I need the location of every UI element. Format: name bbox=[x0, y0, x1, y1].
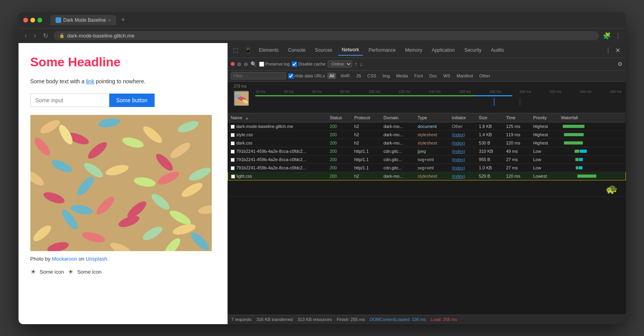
dom-content-loaded-link[interactable]: DOMContentLoaded: 136 ms bbox=[370, 317, 426, 322]
filter-css[interactable]: CSS bbox=[365, 73, 378, 79]
requests-count: 7 requests bbox=[231, 317, 252, 322]
some-button[interactable]: Some button bbox=[109, 94, 155, 107]
resources-size: 313 KB resources bbox=[297, 317, 332, 322]
table-row[interactable]: 791b2241-459b-4a2e-8cca-c0fdc2...200http… bbox=[228, 163, 625, 172]
some-input[interactable] bbox=[30, 94, 109, 107]
row-name: 791b2241-459b-4a2e-8cca-c0fdc2... bbox=[228, 147, 327, 155]
tab-elements[interactable]: Elements bbox=[255, 45, 283, 55]
settings-button[interactable]: ⚙ bbox=[618, 61, 623, 67]
table-row[interactable]: light.css200h2dark-mo...stylesheet(index… bbox=[228, 172, 625, 180]
forward-button[interactable]: › bbox=[32, 31, 37, 40]
body-link[interactable]: link bbox=[86, 78, 94, 84]
filter-manifest[interactable]: Manifest bbox=[455, 73, 475, 79]
throttle-select[interactable]: Online bbox=[328, 60, 352, 68]
table-row[interactable]: 791b2241-459b-4a2e-8cca-c0fdc2...200http… bbox=[228, 147, 625, 155]
row-initiator: (index) bbox=[449, 172, 476, 180]
row-priority: Low bbox=[530, 147, 558, 155]
load-link[interactable]: Load: 258 ms bbox=[431, 317, 457, 322]
devtools-panel: ⬚ 📱 Elements Console Sources Network Per… bbox=[228, 43, 626, 324]
filter-other[interactable]: Other bbox=[477, 73, 492, 79]
filter-all[interactable]: All bbox=[327, 73, 336, 79]
row-initiator: Other bbox=[449, 122, 476, 130]
tab-console[interactable]: Console bbox=[284, 45, 310, 55]
import-button[interactable]: ↑ bbox=[355, 61, 357, 67]
tab-security[interactable]: Security bbox=[460, 45, 485, 55]
ruler-180ms: 180 ms bbox=[489, 90, 501, 94]
col-time[interactable]: Time bbox=[503, 113, 530, 122]
maximize-traffic-light[interactable] bbox=[37, 18, 42, 23]
tab-application[interactable]: Application bbox=[428, 45, 459, 55]
disable-cache-checkbox[interactable]: Disable cache bbox=[292, 62, 325, 67]
reload-button[interactable]: ↻ bbox=[41, 31, 50, 40]
tab-memory[interactable]: Memory bbox=[401, 45, 426, 55]
input-row: Some button bbox=[30, 94, 216, 107]
tab-network[interactable]: Network bbox=[338, 45, 363, 56]
tab-close-button[interactable]: × bbox=[108, 18, 111, 23]
table-row[interactable]: style.css200h2dark-mo...stylesheet(index… bbox=[228, 130, 625, 139]
row-priority: Lowest bbox=[530, 172, 558, 180]
table-row[interactable]: dark.css200h2dark-mo...stylesheet(index)… bbox=[228, 139, 625, 147]
row-waterfall bbox=[558, 147, 625, 155]
row-size: 1.0 KB bbox=[476, 163, 503, 172]
filter-js[interactable]: JS bbox=[354, 73, 363, 79]
row-initiator: (index) bbox=[449, 155, 476, 163]
url-text: dark-mode-baseline.glitch.me bbox=[67, 33, 134, 39]
mockaroon-link[interactable]: Mockaroon bbox=[52, 256, 77, 262]
minimize-traffic-light[interactable] bbox=[30, 18, 35, 23]
row-initiator: (index) bbox=[449, 163, 476, 172]
col-status[interactable]: Status bbox=[327, 113, 351, 122]
timeline-label: 279 ms bbox=[231, 83, 252, 89]
filter-media[interactable]: Media bbox=[394, 73, 410, 79]
col-name[interactable]: Name ▲ bbox=[228, 113, 327, 122]
devtools-more-tabs[interactable]: ⋮ bbox=[605, 47, 611, 54]
row-time: 125 ms bbox=[503, 122, 530, 130]
address-bar: ‹ › ↻ 🔒 dark-mode-baseline.glitch.me 🧩 ⋮ bbox=[19, 28, 626, 43]
close-traffic-light[interactable] bbox=[23, 18, 28, 23]
filter-input[interactable] bbox=[231, 72, 286, 79]
col-priority[interactable]: Priority bbox=[530, 113, 558, 122]
row-domain: dark-mo... bbox=[381, 122, 415, 130]
devtools-device-button[interactable]: 📱 bbox=[242, 45, 254, 55]
unsplash-link[interactable]: Unsplash bbox=[86, 256, 107, 262]
sun-icon-2: ☀ bbox=[68, 268, 73, 276]
active-tab[interactable]: 🌐 Dark Mode Baseline × bbox=[50, 15, 117, 25]
filter-font[interactable]: Font bbox=[412, 73, 425, 79]
ruler-220ms: 220 ms bbox=[550, 90, 562, 94]
col-domain[interactable]: Domain bbox=[381, 113, 415, 122]
row-protocol: http/1.1 bbox=[351, 155, 380, 163]
filter-img[interactable]: Img bbox=[381, 73, 392, 79]
col-size[interactable]: Size bbox=[476, 113, 503, 122]
table-row[interactable]: 791b2241-459b-4a2e-8cca-c0fdc2...200http… bbox=[228, 155, 625, 163]
col-protocol[interactable]: Protocol bbox=[351, 113, 380, 122]
col-waterfall[interactable]: Waterfall bbox=[558, 113, 625, 122]
devtools-close-button[interactable]: ✕ bbox=[613, 45, 623, 56]
row-protocol: h2 bbox=[351, 172, 380, 180]
table-row[interactable]: dark-mode-baseline.glitch.me200h2dark-mo… bbox=[228, 122, 625, 130]
record-button[interactable] bbox=[231, 62, 235, 66]
search-button[interactable]: 🔍 bbox=[250, 61, 257, 67]
devtools-inspect-button[interactable]: ⬚ bbox=[231, 45, 241, 55]
timeline-area: 279 ms bbox=[228, 82, 626, 113]
preserve-log-checkbox[interactable]: Preserve log bbox=[259, 62, 290, 67]
new-tab-button[interactable]: + bbox=[118, 16, 129, 24]
tab-sources[interactable]: Sources bbox=[311, 45, 336, 55]
hide-data-urls-checkbox[interactable]: Hide data URLs bbox=[288, 73, 325, 79]
col-type[interactable]: Type bbox=[414, 113, 449, 122]
filter-doc[interactable]: Doc bbox=[427, 73, 439, 79]
row-waterfall bbox=[558, 122, 625, 130]
clear-button[interactable]: ⊘ bbox=[237, 61, 241, 67]
back-button[interactable]: ‹ bbox=[23, 31, 28, 40]
status-bar: 7 requests 316 KB transferred 313 KB res… bbox=[228, 315, 626, 324]
filter-xhr[interactable]: XHR bbox=[338, 73, 351, 79]
extensions-icon[interactable]: 🧩 bbox=[603, 32, 611, 39]
filter-ws[interactable]: WS bbox=[441, 73, 452, 79]
menu-icon[interactable]: ⋮ bbox=[615, 32, 621, 39]
url-bar[interactable]: 🔒 dark-mode-baseline.glitch.me bbox=[54, 31, 599, 40]
address-right-icons: 🧩 ⋮ bbox=[603, 32, 621, 39]
tab-performance[interactable]: Performance bbox=[365, 45, 400, 55]
export-button[interactable]: ↓ bbox=[360, 61, 362, 67]
filter-funnel-button[interactable]: ⊝ bbox=[244, 61, 248, 67]
lock-icon: 🔒 bbox=[59, 33, 65, 38]
col-initiator[interactable]: Initiator bbox=[449, 113, 476, 122]
tab-audits[interactable]: Audits bbox=[487, 45, 508, 55]
